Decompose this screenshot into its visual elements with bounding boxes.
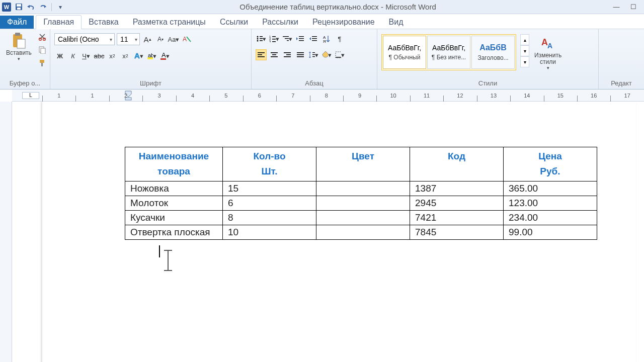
justify-icon[interactable] <box>295 49 306 60</box>
table-cell[interactable]: 234.00 <box>504 210 597 225</box>
bullets-icon[interactable]: ▾ <box>256 33 267 44</box>
svg-rect-34 <box>299 38 304 39</box>
change-case-icon[interactable]: Aa▾ <box>168 34 179 45</box>
borders-icon[interactable]: ▾ <box>334 49 345 60</box>
tab-file[interactable]: Файл <box>0 16 34 29</box>
table-cell[interactable]: 8 <box>223 210 316 225</box>
multilevel-icon[interactable]: ▾ <box>282 33 293 44</box>
underline-icon[interactable]: Ч▾ <box>80 50 92 61</box>
svg-rect-29 <box>272 41 276 42</box>
table-row[interactable]: Молоток62945123.00 <box>125 196 597 210</box>
table-cell[interactable]: 15 <box>223 181 316 196</box>
table-header-row[interactable]: Наименование товара Кол-во Шт. Цвет Код … <box>125 147 597 182</box>
table-cell[interactable] <box>316 225 410 239</box>
table-cell[interactable]: 365.00 <box>504 181 597 196</box>
shading-icon[interactable]: ▾ <box>321 49 332 60</box>
svg-rect-48 <box>286 54 291 55</box>
table-cell[interactable]: 6 <box>223 196 316 210</box>
page-area[interactable]: Наименование товара Кол-во Шт. Цвет Код … <box>12 102 644 362</box>
table-cell[interactable] <box>316 181 410 196</box>
subscript-icon[interactable]: x2 <box>107 50 118 61</box>
table-cell[interactable] <box>316 210 410 225</box>
text-effects-icon[interactable]: A▾ <box>133 50 144 61</box>
table-cell[interactable]: 7845 <box>410 225 504 239</box>
table-row[interactable]: Кусачки87421234.00 <box>125 210 597 225</box>
save-icon[interactable] <box>14 3 23 12</box>
ruler-vertical[interactable] <box>0 102 12 362</box>
tab-insert[interactable]: Вставка <box>82 16 125 29</box>
qat-customize-icon[interactable]: ▾ <box>56 3 65 12</box>
table-cell[interactable]: 7421 <box>410 210 504 225</box>
table-cell[interactable]: 123.00 <box>504 196 597 210</box>
styles-down-icon[interactable]: ▾ <box>520 45 529 56</box>
table-header-cell[interactable]: Наименование товара <box>125 147 223 182</box>
shrink-font-icon[interactable]: A▾ <box>155 34 166 45</box>
document-page[interactable]: Наименование товара Кол-во Шт. Цвет Код … <box>42 102 636 362</box>
align-right-icon[interactable] <box>282 49 293 60</box>
table-header-cell[interactable]: Цена Руб. <box>504 147 597 182</box>
undo-icon[interactable] <box>26 3 35 12</box>
table-cell[interactable]: 2945 <box>410 196 504 210</box>
table-cell[interactable]: Отвертка плоская <box>125 225 223 239</box>
sort-icon[interactable]: AЯ <box>321 33 332 44</box>
tab-home[interactable]: Главная <box>36 15 82 29</box>
redo-icon[interactable] <box>38 3 47 12</box>
minimize-button[interactable]: — <box>611 3 622 12</box>
copy-icon[interactable] <box>37 44 48 55</box>
ruler-horizontal[interactable]: L 11234567891011121314151617 <box>12 89 644 102</box>
align-center-icon[interactable] <box>269 49 280 60</box>
group-clipboard-label: Буфер о... <box>4 79 46 88</box>
line-spacing-icon[interactable]: ▾ <box>308 49 319 60</box>
table-cell[interactable]: Кусачки <box>125 210 223 225</box>
styles-gallery[interactable]: АаБбВвГг, ¶ Обычный АаБбВвГг, ¶ Без инте… <box>381 34 516 70</box>
tab-references[interactable]: Ссылки <box>213 16 255 29</box>
table-row[interactable]: Отвертка плоская10784599.00 <box>125 225 597 239</box>
tab-view[interactable]: Вид <box>382 16 411 29</box>
tab-mailings[interactable]: Рассылки <box>255 16 305 29</box>
format-painter-icon[interactable] <box>37 57 48 68</box>
table-row[interactable]: Ножовка151387365.00 <box>125 181 597 196</box>
clear-format-icon[interactable]: A <box>181 34 192 45</box>
strike-icon[interactable]: abc <box>94 50 105 61</box>
superscript-icon[interactable]: x2 <box>120 50 131 61</box>
svg-rect-25 <box>272 36 276 37</box>
word-app-icon[interactable]: W <box>2 3 11 12</box>
highlight-icon[interactable]: ab▾ <box>146 50 157 61</box>
increase-indent-icon[interactable] <box>308 33 319 44</box>
table-cell[interactable]: 99.00 <box>504 225 597 239</box>
ruler-tab-selector[interactable]: L <box>22 92 39 99</box>
table-cell[interactable]: 1387 <box>410 181 504 196</box>
cut-icon[interactable] <box>37 31 48 42</box>
style-heading1[interactable]: АаБбВ Заголово... <box>471 36 515 69</box>
show-marks-icon[interactable]: ¶ <box>334 33 345 44</box>
font-name-combo[interactable]: Calibri (Осно <box>54 33 115 45</box>
font-color-icon[interactable]: A▾ <box>159 50 170 61</box>
table-header-cell[interactable]: Кол-во Шт. <box>223 147 316 182</box>
grow-font-icon[interactable]: A▴ <box>142 34 153 45</box>
maximize-button[interactable]: ☐ <box>628 3 639 12</box>
style-no-spacing[interactable]: АаБбВвГг, ¶ Без инте... <box>427 36 470 69</box>
styles-up-icon[interactable]: ▴ <box>520 34 529 45</box>
styles-more-icon[interactable]: ▾ <box>520 56 529 67</box>
svg-text:A: A <box>162 51 166 59</box>
italic-icon[interactable]: К <box>67 50 78 61</box>
bold-icon[interactable]: Ж <box>54 50 65 61</box>
paste-button[interactable]: Вставить ▾ <box>4 31 34 62</box>
table-cell[interactable] <box>316 196 410 210</box>
svg-text:A: A <box>547 42 552 50</box>
font-size-combo[interactable]: 11 <box>117 33 140 45</box>
decrease-indent-icon[interactable] <box>295 33 306 44</box>
tab-review[interactable]: Рецензирование <box>305 16 382 29</box>
tab-page-layout[interactable]: Разметка страницы <box>126 16 213 29</box>
table-header-cell[interactable]: Цвет <box>316 147 410 182</box>
table-cell[interactable]: Молоток <box>125 196 223 210</box>
document-table[interactable]: Наименование товара Кол-во Шт. Цвет Код … <box>125 147 597 240</box>
table-cell[interactable]: 10 <box>223 225 316 239</box>
table-header-cell[interactable]: Код <box>410 147 504 182</box>
table-cell[interactable]: Ножовка <box>125 181 223 196</box>
align-left-icon[interactable] <box>256 49 267 60</box>
style-normal[interactable]: АаБбВвГг, ¶ Обычный <box>383 36 426 69</box>
change-styles-button[interactable]: AA Изменить стили ▾ <box>532 34 564 71</box>
font-size-value: 11 <box>120 35 128 43</box>
numbering-icon[interactable]: 1 2 3 ▾ <box>269 33 280 44</box>
